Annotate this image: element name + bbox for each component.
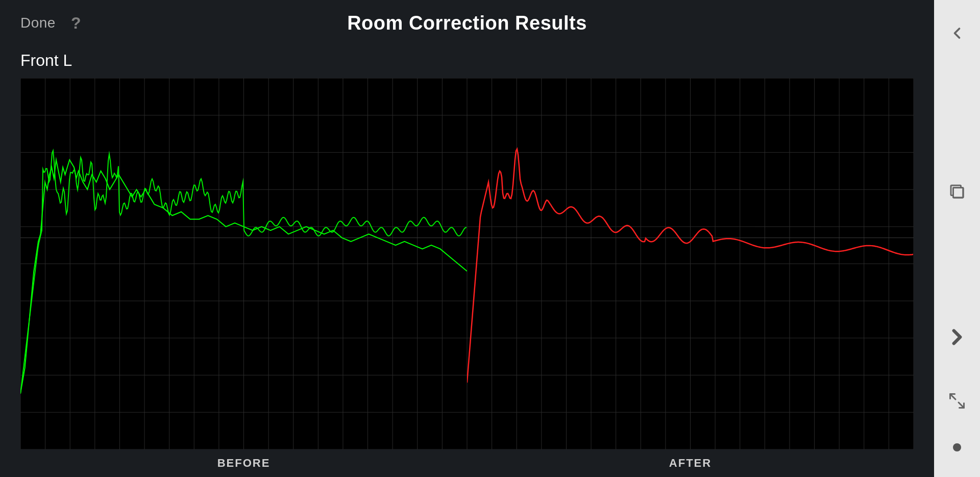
done-button[interactable]: Done <box>20 15 56 31</box>
after-canvas <box>467 78 914 449</box>
after-chart-wrapper: AFTER <box>467 78 914 477</box>
after-chart-area <box>467 78 914 449</box>
after-label: AFTER <box>467 449 914 477</box>
sidebar <box>934 0 980 477</box>
before-canvas <box>20 78 467 449</box>
header: Done ? Room Correction Results <box>0 0 934 46</box>
charts-container: BEFORE AFTER <box>0 78 934 477</box>
next-button[interactable] <box>934 306 980 368</box>
back-icon[interactable] <box>934 10 980 56</box>
before-chart-area <box>20 78 467 449</box>
svg-rect-1 <box>953 188 964 198</box>
main-content: Done ? Room Correction Results Front L B… <box>0 0 934 477</box>
copy-icon[interactable] <box>934 169 980 214</box>
before-chart-wrapper: BEFORE <box>20 78 467 477</box>
page-title: Room Correction Results <box>347 12 587 34</box>
speaker-label: Front L <box>0 46 934 78</box>
resize-icon[interactable] <box>934 378 980 424</box>
help-button[interactable]: ? <box>71 14 81 33</box>
sidebar-dot <box>953 443 961 451</box>
before-label: BEFORE <box>20 449 467 477</box>
